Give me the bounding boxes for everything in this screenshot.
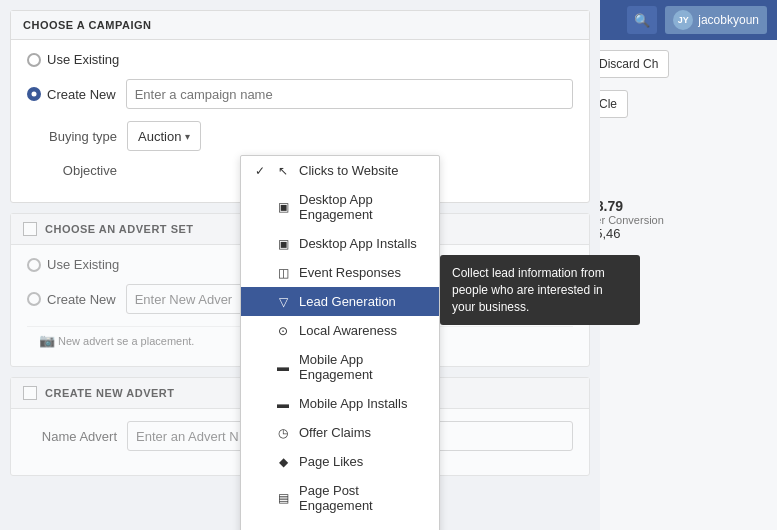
monitor-icon: ▣ xyxy=(275,200,291,214)
dropdown-item-label: Mobile App Installs xyxy=(299,396,427,411)
dropdown-item-local-awareness[interactable]: ⊙Local Awareness xyxy=(241,316,439,345)
advert-set-title: CHOOSE AN ADVERT SET xyxy=(45,223,194,235)
dropdown-item-label: Event Responses xyxy=(299,265,427,280)
mobile-icon: ▬ xyxy=(275,397,291,411)
use-existing-option[interactable]: Use Existing xyxy=(27,52,119,67)
dropdown-item-product-catalogue-sales[interactable]: ⊞Product Catalogue Sales xyxy=(241,520,439,530)
stat-number: 15,46 xyxy=(588,226,767,241)
buying-type-value: Auction xyxy=(138,129,181,144)
stat-price-label: Per Conversion xyxy=(588,214,767,226)
dropdown-item-page-post-engagement[interactable]: ▤Page Post Engagement xyxy=(241,476,439,520)
create-new-radio[interactable] xyxy=(27,87,41,101)
dropdown-item-mobile-app-engagement[interactable]: ▬Mobile App Engagement xyxy=(241,345,439,389)
objective-dropdown: ✓↖Clicks to Website▣Desktop App Engageme… xyxy=(240,155,440,530)
dropdown-item-label: Local Awareness xyxy=(299,323,427,338)
tooltip-text: Collect lead information from people who… xyxy=(452,266,605,314)
dropdown-item-label: Page Post Engagement xyxy=(299,483,427,513)
use-existing-label: Use Existing xyxy=(47,52,119,67)
dropdown-item-label: Offer Claims xyxy=(299,425,427,440)
buying-type-select[interactable]: Auction ▾ xyxy=(127,121,201,151)
create-new-label: Create New xyxy=(47,87,116,102)
dropdown-item-page-likes[interactable]: ◆Page Likes xyxy=(241,447,439,476)
dropdown-item-desktop-app-engagement[interactable]: ▣Desktop App Engagement xyxy=(241,185,439,229)
advert-use-existing-label: Use Existing xyxy=(47,257,119,272)
stat-box: $8.79 Per Conversion 15,46 xyxy=(588,198,767,241)
advert-create-new-radio[interactable] xyxy=(27,292,41,306)
dropdown-item-offer-claims[interactable]: ◷Offer Claims xyxy=(241,418,439,447)
chevron-down-icon: ▾ xyxy=(185,131,190,142)
search-icon: 🔍 xyxy=(634,13,650,28)
advert-hint-text: New advert se xyxy=(58,335,128,347)
camera-icon: 📷 xyxy=(39,333,55,348)
dropdown-item-label: Mobile App Engagement xyxy=(299,352,427,382)
file-icon: ▤ xyxy=(275,491,291,505)
dropdown-item-label: Desktop App Installs xyxy=(299,236,427,251)
location-icon: ⊙ xyxy=(275,324,291,338)
dropdown-item-event-responses[interactable]: ◫Event Responses xyxy=(241,258,439,287)
top-bar: 🔍 JY jacobkyoun xyxy=(577,0,777,40)
advert-use-existing-option[interactable]: Use Existing xyxy=(27,257,119,272)
check-icon: ✓ xyxy=(253,164,267,178)
dropdown-item-mobile-app-installs[interactable]: ▬Mobile App Installs xyxy=(241,389,439,418)
name-advert-label: Name Advert xyxy=(27,429,117,444)
stat-price: $8.79 xyxy=(588,198,767,214)
advert-set-checkbox[interactable] xyxy=(23,222,37,236)
mobile-icon: ▬ xyxy=(275,360,291,374)
dropdown-item-lead-generation[interactable]: ▽Lead Generation xyxy=(241,287,439,316)
cursor-icon: ↖ xyxy=(275,164,291,178)
dropdown-item-label: Clicks to Website xyxy=(299,163,427,178)
create-new-row: Create New xyxy=(27,79,573,109)
monitor-icon: ▣ xyxy=(275,237,291,251)
buying-type-row: Buying type Auction ▾ xyxy=(27,121,573,151)
objective-label: Objective xyxy=(27,163,117,178)
campaign-name-input[interactable] xyxy=(126,79,573,109)
advert-use-existing-radio[interactable] xyxy=(27,258,41,272)
campaign-section-header: CHOOSE A CAMPAIGN xyxy=(11,11,589,40)
create-advert-checkbox[interactable] xyxy=(23,386,37,400)
placement-hint: a placement. xyxy=(131,335,194,347)
search-button[interactable]: 🔍 xyxy=(627,6,657,34)
advert-create-new-label: Create New xyxy=(47,292,116,307)
advert-create-new-option[interactable]: Create New xyxy=(27,292,116,307)
dropdown-item-desktop-app-installs[interactable]: ▣Desktop App Installs xyxy=(241,229,439,258)
filter-icon: ▽ xyxy=(275,295,291,309)
calendar-icon: ◫ xyxy=(275,266,291,280)
dropdown-item-label: Desktop App Engagement xyxy=(299,192,427,222)
dropdown-item-clicks-to-website[interactable]: ✓↖Clicks to Website xyxy=(241,156,439,185)
lead-generation-tooltip: Collect lead information from people who… xyxy=(440,255,640,325)
avatar: JY xyxy=(673,10,693,30)
campaign-section-title: CHOOSE A CAMPAIGN xyxy=(23,19,152,31)
create-advert-title: CREATE NEW ADVERT xyxy=(45,387,175,399)
use-existing-row: Use Existing xyxy=(27,52,573,67)
use-existing-radio[interactable] xyxy=(27,53,41,67)
dropdown-item-label: Page Likes xyxy=(299,454,427,469)
thumbs-up-icon: ◆ xyxy=(275,455,291,469)
dropdown-item-label: Lead Generation xyxy=(299,294,427,309)
tag-icon: ◷ xyxy=(275,426,291,440)
discard-button[interactable]: Discard Ch xyxy=(588,50,669,78)
user-badge: JY jacobkyoun xyxy=(665,6,767,34)
buying-type-label: Buying type xyxy=(27,129,117,144)
username-label: jacobkyoun xyxy=(698,13,759,27)
create-new-option[interactable]: Create New xyxy=(27,87,116,102)
